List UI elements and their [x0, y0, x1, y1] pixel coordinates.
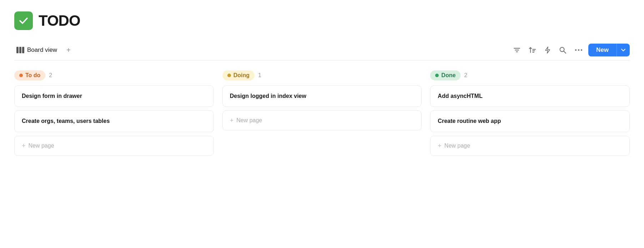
svg-point-8	[575, 49, 577, 51]
column-count-doing: 1	[258, 72, 261, 79]
svg-rect-1	[19, 47, 21, 53]
status-badge-todo: To do	[14, 70, 45, 80]
status-dot-done	[435, 74, 439, 77]
new-page-plus-done: +	[438, 143, 442, 149]
lightning-button[interactable]	[542, 44, 553, 56]
board-view-button[interactable]: Board view	[14, 45, 59, 55]
column-doing: Doing1Design logged in index view+New pa…	[222, 70, 422, 134]
card-title-todo-1: Create orgs, teams, users tables	[22, 117, 206, 125]
column-count-done: 2	[464, 72, 467, 79]
column-todo: To do2Design form in drawerCreate orgs, …	[14, 70, 214, 159]
status-dot-doing	[227, 74, 231, 77]
app-title: TODO	[39, 12, 80, 29]
filter-icon	[513, 47, 520, 53]
status-badge-doing: Doing	[222, 70, 255, 80]
toolbar-left: Board view +	[14, 45, 74, 55]
new-button[interactable]: New	[588, 44, 617, 56]
logo-icon	[18, 15, 29, 26]
svg-line-7	[564, 51, 566, 53]
column-header-doing: Doing1	[222, 70, 422, 80]
status-label-done: Done	[441, 72, 456, 79]
status-badge-done: Done	[430, 70, 461, 80]
new-page-plus-doing: +	[230, 117, 234, 124]
new-page-label-doing: New page	[236, 117, 262, 124]
more-button[interactable]	[572, 47, 585, 53]
column-header-todo: To do2	[14, 70, 214, 80]
search-button[interactable]	[556, 44, 569, 56]
app-header: TODO	[14, 11, 630, 30]
new-page-label-done: New page	[444, 143, 470, 149]
sort-icon	[529, 47, 536, 53]
card-todo-1[interactable]: Create orgs, teams, users tables	[14, 110, 214, 132]
card-title-doing-0: Design logged in index view	[230, 92, 414, 100]
filter-button[interactable]	[510, 45, 523, 55]
board-view-icon	[16, 47, 24, 53]
lightning-icon	[545, 46, 550, 54]
add-view-button[interactable]: +	[64, 45, 74, 55]
app-logo	[14, 11, 33, 30]
svg-point-10	[581, 49, 582, 51]
toolbar: Board view +	[14, 40, 630, 60]
column-header-done: Done2	[430, 70, 630, 80]
column-count-todo: 2	[49, 72, 52, 79]
new-button-dropdown[interactable]	[617, 44, 630, 56]
more-icon	[575, 49, 583, 51]
card-done-1[interactable]: Create routine web app	[430, 110, 630, 132]
card-todo-0[interactable]: Design form in drawer	[14, 85, 214, 107]
new-page-button-done[interactable]: +New page	[430, 136, 630, 156]
card-title-done-1: Create routine web app	[438, 117, 622, 125]
status-dot-todo	[19, 74, 23, 77]
card-done-0[interactable]: Add asyncHTML	[430, 85, 630, 107]
new-page-button-doing[interactable]: +New page	[222, 110, 422, 130]
board: To do2Design form in drawerCreate orgs, …	[14, 70, 630, 159]
new-page-label-todo: New page	[29, 143, 54, 149]
svg-rect-0	[16, 47, 19, 53]
svg-rect-2	[22, 47, 24, 53]
card-title-done-0: Add asyncHTML	[438, 92, 622, 100]
board-view-label: Board view	[27, 46, 57, 54]
card-doing-0[interactable]: Design logged in index view	[222, 85, 422, 107]
svg-point-9	[578, 49, 579, 51]
card-title-todo-0: Design form in drawer	[22, 92, 206, 100]
new-button-group: New	[588, 44, 630, 56]
status-label-todo: To do	[25, 72, 40, 79]
column-done: Done2Add asyncHTMLCreate routine web app…	[430, 70, 630, 159]
toolbar-right: New	[510, 44, 630, 56]
sort-button[interactable]	[526, 45, 539, 55]
new-page-button-todo[interactable]: +New page	[14, 136, 214, 156]
chevron-down-icon	[621, 49, 625, 51]
search-icon	[559, 46, 566, 54]
new-page-plus-todo: +	[22, 143, 26, 149]
status-label-doing: Doing	[233, 72, 250, 79]
app-container: TODO Board view +	[0, 0, 644, 171]
